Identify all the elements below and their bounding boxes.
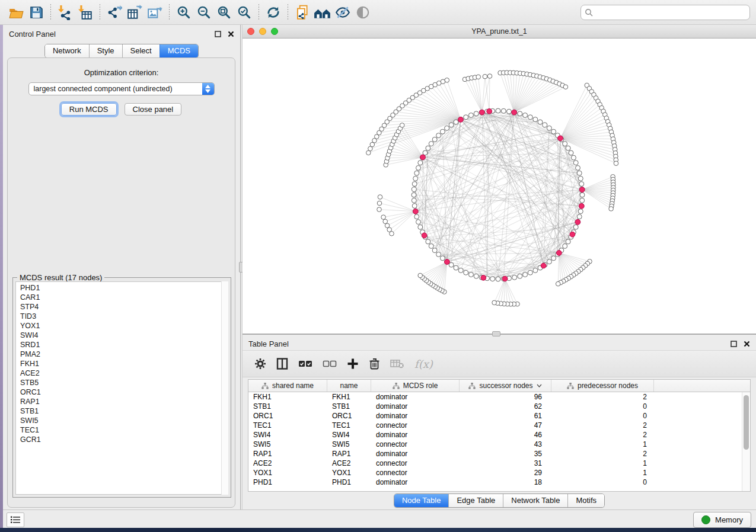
- mcds-node[interactable]: [481, 275, 486, 280]
- show-column-panel-icon[interactable]: [276, 358, 288, 370]
- table-cell[interactable]: SWI4: [327, 431, 371, 439]
- network-node[interactable]: [551, 256, 556, 261]
- open-file-icon[interactable]: [6, 3, 26, 22]
- network-node[interactable]: [571, 155, 576, 160]
- network-node[interactable]: [547, 126, 551, 130]
- table-cell[interactable]: 18: [460, 478, 551, 486]
- network-node[interactable]: [563, 85, 568, 89]
- optimization-criterion-select[interactable]: largest connected component (undirected): [28, 82, 215, 95]
- table-cell[interactable]: ACE2: [248, 459, 327, 467]
- tab-motifs[interactable]: Motifs: [567, 494, 604, 507]
- network-node[interactable]: [440, 256, 445, 261]
- table-cell[interactable]: RAP1: [248, 450, 327, 458]
- mcds-result-list[interactable]: PHD1CAR1STP4TID3YOX1SWI4SRD1PMA2FKH1ACE2…: [15, 281, 228, 495]
- zoom-out-icon[interactable]: [194, 3, 214, 22]
- table-cell[interactable]: 1: [551, 440, 654, 448]
- network-node[interactable]: [468, 273, 473, 277]
- network-node[interactable]: [577, 171, 582, 175]
- mcds-result-item[interactable]: ACE2: [16, 368, 228, 378]
- network-node[interactable]: [429, 243, 433, 248]
- mcds-result-item[interactable]: PHD1: [16, 283, 228, 293]
- import-network-icon[interactable]: [55, 3, 75, 22]
- tab-mcds[interactable]: MCDS: [160, 44, 198, 57]
- network-node[interactable]: [563, 243, 567, 248]
- network-node[interactable]: [468, 113, 473, 118]
- table-cell[interactable]: dominator: [371, 450, 460, 458]
- network-node[interactable]: [496, 277, 500, 281]
- network-node[interactable]: [576, 165, 580, 170]
- network-node[interactable]: [385, 223, 390, 228]
- table-cell[interactable]: connector: [371, 421, 460, 430]
- show-all-icon[interactable]: [353, 3, 373, 22]
- table-scrollbar[interactable]: [742, 392, 750, 491]
- network-node[interactable]: [449, 123, 454, 127]
- mcds-result-item[interactable]: SWI4: [16, 331, 228, 340]
- network-node[interactable]: [474, 274, 479, 278]
- network-node[interactable]: [414, 214, 419, 219]
- table-cell[interactable]: ORC1: [327, 412, 371, 420]
- network-node[interactable]: [580, 198, 585, 203]
- network-node[interactable]: [432, 248, 437, 253]
- tab-network[interactable]: Network: [45, 44, 89, 57]
- table-cell[interactable]: connector: [371, 440, 460, 448]
- mcds-result-item[interactable]: SWI5: [16, 416, 228, 425]
- search-input[interactable]: [580, 5, 750, 20]
- table-cell[interactable]: 47: [460, 421, 551, 430]
- table-cell[interactable]: FKH1: [327, 393, 371, 401]
- network-node[interactable]: [414, 171, 419, 175]
- table-cell[interactable]: SWI4: [248, 431, 327, 439]
- network-node[interactable]: [476, 75, 481, 79]
- network-node[interactable]: [387, 227, 392, 232]
- mcds-node[interactable]: [445, 259, 450, 265]
- table-cell[interactable]: STB1: [248, 402, 327, 411]
- network-node[interactable]: [436, 252, 441, 257]
- network-node[interactable]: [533, 117, 538, 122]
- network-node[interactable]: [464, 115, 468, 120]
- table-cell[interactable]: PHD1: [327, 478, 371, 486]
- mcds-result-item[interactable]: STP4: [16, 302, 228, 312]
- tab-style[interactable]: Style: [89, 44, 122, 57]
- table-scrollbar-thumb[interactable]: [744, 395, 749, 450]
- mcds-result-item[interactable]: STB1: [16, 406, 228, 416]
- table-cell[interactable]: dominator: [371, 412, 460, 420]
- network-node[interactable]: [426, 146, 430, 150]
- mcds-node[interactable]: [502, 276, 508, 281]
- table-cell[interactable]: YOX1: [248, 469, 327, 477]
- table-row[interactable]: PHD1PHD1dominator180: [248, 477, 750, 487]
- network-node[interactable]: [378, 195, 382, 200]
- table-row[interactable]: YOX1YOX1connector291: [248, 468, 750, 477]
- mcds-result-item[interactable]: SRD1: [16, 340, 228, 350]
- hide-selected-icon[interactable]: [333, 3, 353, 22]
- network-node[interactable]: [464, 270, 468, 275]
- network-node[interactable]: [547, 259, 551, 264]
- network-node[interactable]: [573, 161, 578, 165]
- float-panel-icon[interactable]: [215, 31, 221, 37]
- table-cell[interactable]: ACE2: [327, 459, 371, 467]
- network-node[interactable]: [551, 129, 556, 134]
- delete-column-icon[interactable]: [369, 358, 380, 370]
- network-node[interactable]: [383, 219, 388, 224]
- mcds-node[interactable]: [480, 110, 485, 115]
- network-node[interactable]: [412, 198, 416, 203]
- create-column-icon[interactable]: [347, 358, 359, 370]
- network-node[interactable]: [381, 215, 386, 220]
- network-node[interactable]: [573, 225, 578, 229]
- table-cell[interactable]: dominator: [371, 402, 460, 411]
- table-cell[interactable]: connector: [371, 469, 460, 477]
- network-node[interactable]: [412, 182, 417, 187]
- mcds-node[interactable]: [570, 232, 575, 237]
- mcds-node[interactable]: [413, 209, 418, 214]
- network-node[interactable]: [609, 207, 614, 211]
- mcds-node[interactable]: [579, 187, 585, 193]
- network-node[interactable]: [579, 182, 584, 187]
- close-panel-icon[interactable]: [744, 341, 750, 347]
- table-cell[interactable]: 0: [551, 412, 654, 420]
- network-node[interactable]: [523, 113, 528, 118]
- mcds-node[interactable]: [575, 219, 580, 225]
- mcds-node[interactable]: [487, 108, 492, 114]
- network-node[interactable]: [454, 265, 458, 270]
- column-header-shared-name[interactable]: shared name: [248, 380, 327, 392]
- close-panel-icon[interactable]: [228, 31, 234, 37]
- apply-layout-icon[interactable]: [263, 3, 283, 22]
- table-cell[interactable]: dominator: [371, 393, 460, 401]
